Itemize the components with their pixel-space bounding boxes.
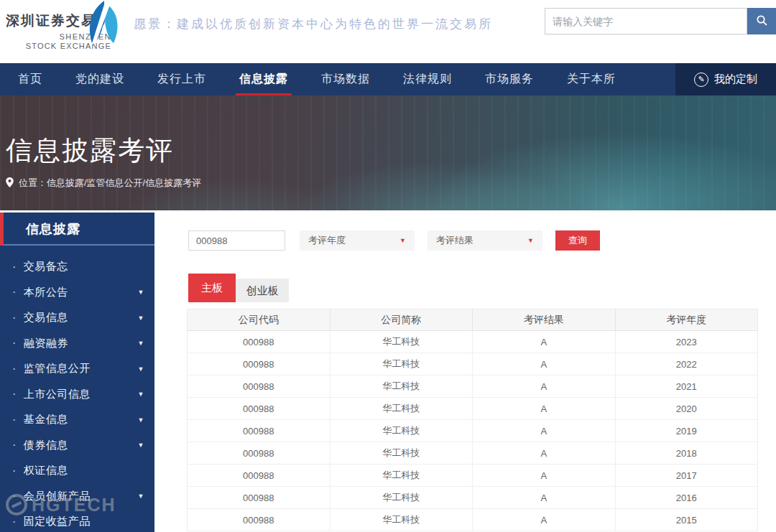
table-header-cell: 公司简称 [330,309,473,331]
tab-主板[interactable]: 主板 [188,274,236,302]
table-cell: 华工科技 [330,487,473,509]
table-cell: 华工科技 [330,353,473,375]
table-cell: A [473,442,616,465]
tab-创业板[interactable]: 创业板 [236,279,289,302]
sidebar-item-本所公告[interactable]: ·本所公告▼ [0,280,154,306]
table-cell: 000988 [188,465,331,487]
sidebar: 信息披露 ·交易备忘·本所公告▼·交易信息▼·融资融券▼·监管信息公开▼·上市公… [0,213,154,532]
table-row: 000988华工科技A2017 [188,465,758,487]
table-cell: A [473,509,616,531]
nav-item-市场服务[interactable]: 市场服务 [468,63,550,95]
table-cell: 2019 [615,420,758,442]
table-row: 000988华工科技A2020 [188,398,758,420]
sidebar-item-权证信息[interactable]: ·权证信息 [0,458,154,484]
sidebar-title: 信息披露 [0,213,154,246]
sidebar-menu: ·交易备忘·本所公告▼·交易信息▼·融资融券▼·监管信息公开▼·上市公司信息▼·… [0,246,154,532]
sidebar-item-融资融券[interactable]: ·融资融券▼ [0,331,154,357]
bullet-icon: · [12,414,17,426]
my-custom-button[interactable]: ✎ 我的定制 [675,63,776,95]
sidebar-item-交易信息[interactable]: ·交易信息▼ [0,305,154,331]
table-cell: 2017 [615,465,758,487]
table-cell: 华工科技 [330,375,473,398]
table-cell: A [473,353,616,375]
table-cell: 2022 [615,353,758,375]
sidebar-item-会员创新产品[interactable]: ·会员创新产品▼ [0,484,154,510]
eval-result-dropdown-label: 考评结果 [436,234,474,247]
sidebar-item-基金信息[interactable]: ·基金信息▼ [0,407,154,433]
table-cell: 华工科技 [330,331,473,353]
table-cell: A [473,375,616,398]
hero-banner: 信息披露考评 位置：信息披露/监管信息公开/信息披露考评 [0,95,776,210]
sidebar-item-label: 融资融券 [24,337,68,350]
breadcrumb: 位置：信息披露/监管信息公开/信息披露考评 [6,177,201,190]
search-icon [756,14,768,29]
table-row: 000988华工科技A2018 [188,442,758,465]
eval-year-dropdown[interactable]: 考评年度 ▼ [300,230,415,251]
top-header: 深圳证券交易所 SHENZHEN STOCK EXCHANGE 愿景：建成以优质… [0,0,776,63]
table-row: 000988华工科技A2023 [188,331,758,353]
site-search-input[interactable] [545,8,747,34]
sidebar-item-债券信息[interactable]: ·债券信息▼ [0,433,154,459]
sidebar-item-label: 监管信息公开 [24,362,91,375]
sidebar-item-label: 会员创新产品 [24,490,91,503]
main-nav-items: 首页党的建设发行上市信息披露市场数据法律规则市场服务关于本所 [0,63,675,95]
eval-result-dropdown[interactable]: 考评结果 ▼ [428,230,542,251]
bullet-icon: · [12,388,17,401]
bullet-icon: · [12,515,17,528]
table-cell: 000988 [188,487,331,509]
table-cell: A [473,331,616,353]
nav-item-信息披露[interactable]: 信息披露 [223,63,305,95]
sidebar-item-上市公司信息[interactable]: ·上市公司信息▼ [0,382,154,408]
board-tabs: 主板创业板 [188,274,289,302]
sidebar-item-交易备忘[interactable]: ·交易备忘 [0,254,154,280]
table-row: 000988华工科技A2016 [188,487,758,509]
bullet-icon: · [12,312,17,325]
table-cell: 2015 [615,509,758,531]
evaluation-table: 公司代码公司简称考评结果考评年度 000988华工科技A2023000988华工… [187,309,758,531]
table-cell: 2016 [615,487,758,509]
nav-item-市场数据[interactable]: 市场数据 [305,63,387,95]
bullet-icon: · [12,286,17,299]
query-button[interactable]: 查询 [555,230,600,251]
my-custom-label: 我的定制 [714,73,757,86]
table-cell: A [473,420,616,442]
table-row: 000988华工科技A2015 [188,509,758,531]
site-search [545,8,776,34]
nav-item-法律规则[interactable]: 法律规则 [387,63,468,95]
bullet-icon: · [12,439,17,452]
table-header-cell: 考评结果 [473,309,616,331]
szse-emblem-icon [80,0,125,52]
location-pin-icon [6,177,14,190]
site-search-button[interactable] [747,8,776,34]
bullet-icon: · [12,261,17,274]
bullet-icon: · [12,363,17,375]
table-cell: 华工科技 [330,398,473,420]
table-cell: A [473,487,616,509]
table-cell: 000988 [188,442,331,465]
nav-item-首页[interactable]: 首页 [1,63,59,95]
table-cell: 华工科技 [330,509,473,531]
nav-item-发行上市[interactable]: 发行上市 [141,63,223,95]
sidebar-item-label: 基金信息 [24,413,68,426]
sidebar-item-固定收益产品[interactable]: ·固定收益产品 [0,509,154,532]
sidebar-item-监管信息公开[interactable]: ·监管信息公开▼ [0,356,154,382]
sidebar-item-label: 固定收益产品 [24,515,91,528]
table-row: 000988华工科技A2021 [188,375,758,398]
table-header-cell: 公司代码 [188,309,331,331]
table-body: 000988华工科技A2023000988华工科技A2022000988华工科技… [188,331,758,531]
table-cell: 华工科技 [330,442,473,465]
eval-year-dropdown-label: 考评年度 [308,234,346,247]
table-row: 000988华工科技A2022 [188,353,758,375]
nav-item-党的建设[interactable]: 党的建设 [59,63,141,95]
table-cell: 000988 [188,420,331,442]
nav-item-关于本所[interactable]: 关于本所 [550,63,632,95]
chevron-down-icon: ▼ [138,289,144,296]
filter-row: 考评年度 ▼ 考评结果 ▼ 查询 [188,230,600,251]
table-cell: 000988 [188,398,331,420]
chevron-down-icon: ▼ [138,442,144,449]
table-cell: 华工科技 [330,420,473,442]
table-cell: 2023 [615,331,758,353]
bullet-icon: · [12,337,17,350]
vision-slogan: 愿景：建成以优质创新资本中心为特色的世界一流交易所 [134,16,493,32]
stock-code-input[interactable] [188,230,285,251]
